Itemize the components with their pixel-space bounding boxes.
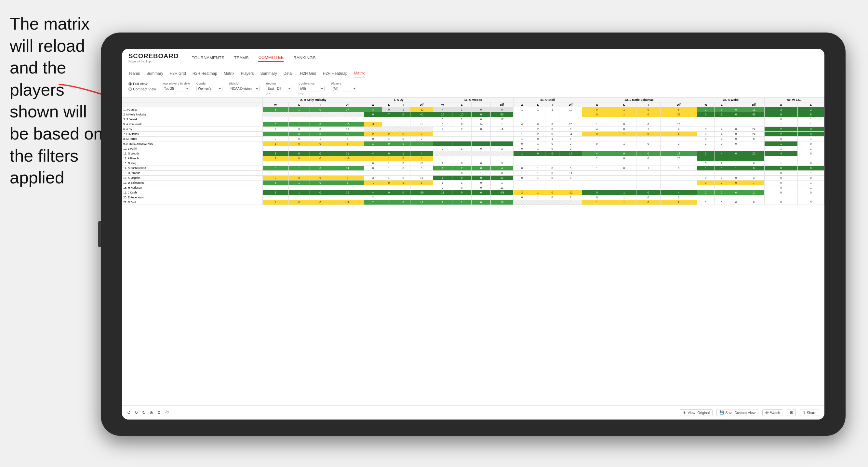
cell: -2 [364, 181, 382, 185]
cell: 0 [288, 127, 310, 132]
conference-select[interactable]: (All) [299, 86, 324, 91]
subnav-players[interactable]: Players [241, 70, 254, 77]
clock-icon[interactable]: ⏱ [165, 410, 169, 415]
cell: 0 [612, 166, 636, 171]
cell: 0 [636, 132, 660, 136]
cell: 1 [531, 107, 545, 112]
cell [452, 142, 471, 146]
nav-committee[interactable]: COMMITTEE [258, 54, 284, 62]
cell: 10 [491, 200, 513, 205]
subnav-matrix1[interactable]: Matrix [224, 70, 235, 77]
refresh-icon[interactable]: ↻ [142, 410, 146, 415]
table-row: 21. O Stoll 400-19 21014 11010 1109 1009… [122, 200, 825, 205]
region-select[interactable]: East - DII [266, 86, 292, 91]
cell: 0 [396, 200, 410, 205]
cell [310, 171, 331, 176]
share-button[interactable]: ⇧ Share [800, 409, 819, 416]
cell [410, 171, 433, 176]
cell: 3 [798, 200, 824, 205]
settings-icon[interactable]: ⚙ [157, 410, 161, 415]
cell: 3 [262, 122, 288, 127]
h-t6: T [729, 102, 743, 107]
subnav-h2hheatmap1[interactable]: H2H Heatmap [192, 70, 217, 77]
cell: 0 [364, 166, 382, 171]
full-view-radio[interactable] [128, 82, 132, 86]
gender-select[interactable]: Women's [196, 86, 222, 91]
table-row: 8. M Torres 0018 0102 1013 0108 01 [122, 136, 825, 142]
subnav-summary2[interactable]: Summary [260, 70, 277, 77]
cell [743, 156, 765, 161]
h-t1: T [310, 102, 331, 107]
matrix-container[interactable]: 2. M Kelly Mulcahy 6. A Dy 11. G Woods 2… [122, 97, 825, 405]
subnav-matrix2[interactable]: Matrix [354, 70, 365, 77]
cell: 0 [729, 176, 743, 181]
redo-icon[interactable]: ↻ [135, 410, 138, 415]
nav-tournaments[interactable]: TOURNAMENTS [191, 54, 224, 61]
content-area: 2. M Kelly Mulcahy 6. A Dy 11. G Woods 2… [122, 97, 825, 405]
player-name: 10. L Perini [122, 146, 263, 151]
players-select[interactable]: (All) [331, 86, 357, 91]
cell [310, 195, 331, 200]
cell: 4 [660, 127, 697, 132]
cell: 46 [743, 112, 765, 117]
cell [433, 156, 452, 161]
cell: 1 [798, 117, 824, 122]
cell: 3 [798, 127, 824, 132]
cell: 0 [310, 200, 331, 205]
player-name: 14. S Srichantamit [122, 166, 263, 171]
cell: 0 [697, 161, 714, 166]
cell: 1 [382, 156, 396, 161]
cell: 0 [582, 132, 612, 136]
cell: 6 [798, 112, 824, 117]
player-name: 1. J Garcia [122, 107, 263, 112]
cell [697, 122, 714, 127]
h-l2: L [382, 102, 396, 107]
subnav-h2hheatmap2[interactable]: H2H Heatmap [322, 70, 347, 77]
cell: 10 [452, 112, 471, 117]
col-header-row-wlt: WLTDif WLTDif WLTDif WLTDif WLTDif WLTDi… [122, 102, 825, 107]
zoom-icon[interactable]: ⊕ [150, 410, 153, 415]
cell: 7 [743, 181, 765, 185]
table-row: 5. A Nomrowski 310-15 -1-1 00141 40025 1… [122, 122, 825, 127]
cell: 0 [697, 176, 714, 181]
cell: 1 [531, 176, 545, 181]
cell: 0 [743, 161, 765, 166]
cell: 1 [798, 136, 824, 142]
grid-button[interactable]: ⊞ [787, 409, 796, 416]
nav-rankings[interactable]: RANKINGS [293, 54, 315, 61]
subnav-summary1[interactable]: Summary [146, 70, 163, 77]
watch-button[interactable]: 👁 Watch [762, 409, 783, 416]
cell: 0 [471, 127, 491, 132]
subnav-teams[interactable]: Teams [128, 70, 140, 77]
subnav-detail[interactable]: Detail [284, 70, 294, 77]
cell: 2 [559, 142, 582, 146]
player-name: 16. K Mcgaha [122, 176, 263, 181]
cell: 1 [582, 122, 612, 127]
cell [288, 146, 310, 151]
cell [612, 117, 636, 122]
undo-icon[interactable]: ↺ [127, 410, 131, 415]
cell: 4 [491, 166, 513, 171]
cell [513, 181, 531, 185]
subnav-h2hgrid1[interactable]: H2H Grid [170, 70, 186, 77]
compact-view-option[interactable]: Compact View [128, 87, 156, 91]
cell: 0 [433, 171, 452, 176]
cell [382, 146, 396, 151]
cell: 4 [364, 190, 382, 195]
tablet-frame: SCOREBOARD Powered by clippd TOURNAMENTS… [101, 33, 845, 436]
cell [559, 117, 582, 122]
cell [729, 117, 743, 122]
division-select[interactable]: NCAA Division II [229, 86, 259, 91]
cell: 2 [364, 195, 382, 200]
cell: -15 [331, 122, 364, 127]
view-original-button[interactable]: 👁 View: Original [680, 409, 713, 416]
cell: 14 [331, 166, 364, 171]
cell: 0 [545, 122, 559, 127]
max-players-select[interactable]: Top 25 [163, 86, 190, 91]
compact-view-radio[interactable] [128, 88, 132, 91]
save-custom-view-button[interactable]: 💾 Save Custom View [716, 409, 758, 416]
nav-teams[interactable]: TEAMS [234, 54, 249, 61]
full-view-option[interactable]: Full View [128, 82, 156, 86]
subnav-h2hgrid2[interactable]: H2H Grid [300, 70, 316, 77]
cell: 1 [262, 151, 288, 156]
